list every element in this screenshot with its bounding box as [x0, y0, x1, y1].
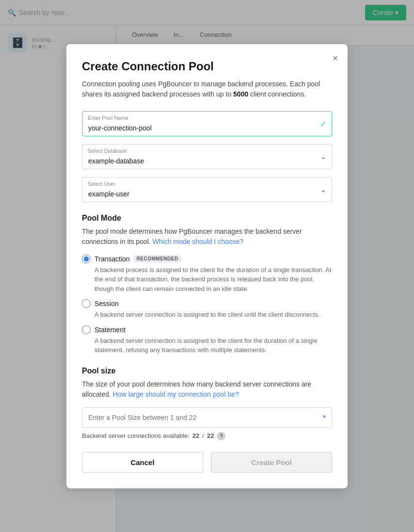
description-bold: 5000: [233, 90, 248, 98]
pool-size-link[interactable]: How large should my connection pool be?: [113, 390, 239, 398]
pool-size-input-wrapper: *: [82, 407, 332, 428]
session-text: Session: [95, 300, 119, 307]
modal-title: Create Connection Pool: [82, 60, 332, 73]
statement-radio[interactable]: [82, 325, 91, 334]
pool-size-section: Pool size The size of your pool determin…: [82, 367, 332, 440]
transaction-label[interactable]: Transaction RECOMMENDED: [82, 255, 332, 263]
pool-name-input[interactable]: [82, 111, 332, 136]
pool-mode-description: The pool mode determines how PgBouncer m…: [82, 226, 332, 247]
create-pool-button[interactable]: Create Pool: [211, 452, 332, 473]
required-asterisk: *: [323, 414, 326, 421]
recommended-badge: RECOMMENDED: [134, 255, 181, 262]
backend-available: 22: [192, 432, 199, 439]
pool-mode-section: Pool Mode The pool mode determines how P…: [82, 214, 332, 355]
pool-size-description: The size of your pool determines how man…: [82, 379, 332, 400]
database-select[interactable]: example-database: [82, 144, 332, 169]
database-field: Select Database example-database ⌄: [82, 144, 332, 169]
transaction-option: Transaction RECOMMENDED A backend proces…: [82, 255, 332, 294]
transaction-description: A backend process is assigned to the cli…: [95, 265, 332, 294]
statement-text: Statement: [95, 326, 126, 334]
pool-mode-title: Pool Mode: [82, 214, 332, 223]
pool-name-field: Enter Pool Name ✓: [82, 111, 332, 136]
transaction-text: Transaction: [95, 255, 130, 263]
backend-separator: /: [202, 432, 204, 439]
session-option: Session A backend server connection is a…: [82, 299, 332, 320]
pool-mode-link[interactable]: Which mode should I choose?: [153, 238, 244, 245]
pool-size-input[interactable]: [88, 414, 323, 421]
close-button[interactable]: ×: [331, 52, 340, 64]
cancel-button[interactable]: Cancel: [82, 452, 203, 473]
transaction-radio[interactable]: [82, 255, 91, 263]
modal-description: Connection pooling uses PgBouncer to man…: [82, 79, 332, 99]
statement-option: Statement A backend server connection is…: [82, 325, 332, 355]
modal-footer: Cancel Create Pool: [82, 452, 332, 473]
backend-info-text: Backend server connections available:: [82, 432, 190, 439]
create-connection-pool-modal: × Create Connection Pool Connection pool…: [66, 44, 348, 488]
pool-size-title: Pool size: [82, 367, 332, 375]
user-select[interactable]: example-user: [82, 177, 332, 202]
modal-overlay: × Create Connection Pool Connection pool…: [0, 0, 414, 532]
backend-info: Backend server connections available: 22…: [82, 432, 332, 440]
description-suffix: client connections.: [248, 90, 306, 98]
statement-label[interactable]: Statement: [82, 325, 332, 334]
check-icon: ✓: [320, 119, 326, 128]
help-icon[interactable]: ?: [217, 432, 225, 440]
backend-total: 22: [207, 432, 214, 439]
statement-description: A backend server connection is assigned …: [95, 336, 332, 355]
session-description: A backend server connection is assigned …: [95, 310, 332, 320]
session-label[interactable]: Session: [82, 299, 332, 308]
session-radio[interactable]: [82, 299, 91, 308]
user-field: Select User example-user ⌄: [82, 177, 332, 202]
